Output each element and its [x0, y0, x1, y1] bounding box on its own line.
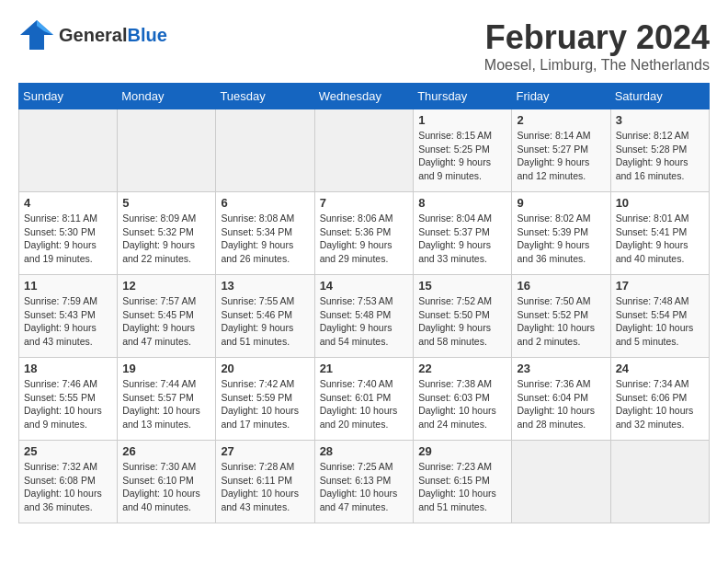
day-info: Sunrise: 7:52 AM Sunset: 5:50 PM Dayligh… [418, 294, 506, 349]
calendar-cell: 13Sunrise: 7:55 AM Sunset: 5:46 PM Dayli… [216, 275, 314, 358]
day-number: 7 [320, 196, 409, 210]
day-info: Sunrise: 7:23 AM Sunset: 6:15 PM Dayligh… [418, 460, 506, 514]
calendar-cell [118, 109, 216, 192]
day-number: 24 [616, 362, 704, 375]
day-info: Sunrise: 7:50 AM Sunset: 5:52 PM Dayligh… [517, 294, 605, 349]
day-info: Sunrise: 7:40 AM Sunset: 6:01 PM Dayligh… [320, 377, 409, 431]
day-number: 18 [24, 362, 112, 375]
day-number: 22 [418, 362, 506, 375]
calendar-cell [19, 109, 118, 192]
day-number: 20 [221, 362, 309, 375]
day-info: Sunrise: 8:01 AM Sunset: 5:41 PM Dayligh… [616, 212, 704, 266]
day-number: 12 [122, 279, 210, 293]
day-info: Sunrise: 8:06 AM Sunset: 5:36 PM Dayligh… [320, 212, 409, 266]
calendar-week-row: 11Sunrise: 7:59 AM Sunset: 5:43 PM Dayli… [19, 275, 710, 358]
calendar-cell: 22Sunrise: 7:38 AM Sunset: 6:03 PM Dayli… [414, 358, 512, 441]
calendar-cell: 20Sunrise: 7:42 AM Sunset: 5:59 PM Dayli… [216, 358, 314, 441]
calendar-cell [314, 109, 414, 192]
day-info: Sunrise: 7:38 AM Sunset: 6:03 PM Dayligh… [418, 377, 506, 431]
calendar-cell: 28Sunrise: 7:25 AM Sunset: 6:13 PM Dayli… [314, 441, 414, 523]
day-number: 1 [418, 113, 506, 127]
calendar-cell: 17Sunrise: 7:48 AM Sunset: 5:54 PM Dayli… [610, 275, 709, 358]
calendar-cell: 25Sunrise: 7:32 AM Sunset: 6:08 PM Dayli… [19, 441, 118, 523]
day-info: Sunrise: 8:08 AM Sunset: 5:34 PM Dayligh… [221, 212, 309, 266]
month-title: February 2024 [484, 18, 710, 57]
day-info: Sunrise: 7:53 AM Sunset: 5:48 PM Dayligh… [320, 294, 409, 349]
day-number: 26 [122, 444, 210, 458]
calendar-week-row: 18Sunrise: 7:46 AM Sunset: 5:55 PM Dayli… [19, 358, 710, 441]
day-number: 8 [418, 196, 506, 210]
calendar-cell: 29Sunrise: 7:23 AM Sunset: 6:15 PM Dayli… [414, 441, 512, 523]
day-number: 13 [221, 279, 309, 293]
day-info: Sunrise: 7:57 AM Sunset: 5:45 PM Dayligh… [122, 294, 210, 349]
calendar-cell: 21Sunrise: 7:40 AM Sunset: 6:01 PM Dayli… [314, 358, 414, 441]
weekday-header-sunday: Sunday [19, 84, 118, 109]
day-number: 14 [320, 279, 409, 293]
calendar-cell: 23Sunrise: 7:36 AM Sunset: 6:04 PM Dayli… [512, 358, 610, 441]
calendar-cell: 19Sunrise: 7:44 AM Sunset: 5:57 PM Dayli… [118, 358, 216, 441]
day-info: Sunrise: 8:12 AM Sunset: 5:28 PM Dayligh… [616, 129, 704, 183]
day-info: Sunrise: 8:04 AM Sunset: 5:37 PM Dayligh… [418, 212, 506, 266]
calendar-cell: 6Sunrise: 8:08 AM Sunset: 5:34 PM Daylig… [216, 192, 314, 275]
calendar-cell: 5Sunrise: 8:09 AM Sunset: 5:32 PM Daylig… [118, 192, 216, 275]
calendar-week-row: 4Sunrise: 8:11 AM Sunset: 5:30 PM Daylig… [19, 192, 710, 275]
day-info: Sunrise: 7:46 AM Sunset: 5:55 PM Dayligh… [24, 377, 112, 431]
weekday-header-tuesday: Tuesday [216, 84, 314, 109]
day-info: Sunrise: 7:55 AM Sunset: 5:46 PM Dayligh… [221, 294, 309, 349]
day-info: Sunrise: 7:44 AM Sunset: 5:57 PM Dayligh… [122, 377, 210, 431]
day-info: Sunrise: 8:15 AM Sunset: 5:25 PM Dayligh… [418, 129, 506, 183]
day-info: Sunrise: 7:32 AM Sunset: 6:08 PM Dayligh… [24, 460, 112, 514]
location: Moesel, Limburg, The Netherlands [484, 57, 710, 74]
day-info: Sunrise: 8:02 AM Sunset: 5:39 PM Dayligh… [517, 212, 605, 266]
day-number: 10 [616, 196, 704, 210]
calendar-cell: 15Sunrise: 7:52 AM Sunset: 5:50 PM Dayli… [414, 275, 512, 358]
day-number: 15 [418, 279, 506, 293]
calendar-cell: 1Sunrise: 8:15 AM Sunset: 5:25 PM Daylig… [414, 109, 512, 192]
day-number: 23 [517, 362, 605, 375]
day-number: 4 [24, 196, 112, 210]
calendar-cell: 8Sunrise: 8:04 AM Sunset: 5:37 PM Daylig… [414, 192, 512, 275]
calendar-cell [610, 441, 709, 523]
logo: GeneralBlue [18, 18, 167, 52]
day-number: 17 [616, 279, 704, 293]
day-number: 11 [24, 279, 112, 293]
page-header: GeneralBlue February 2024 Moesel, Limbur… [18, 18, 710, 74]
calendar-cell: 9Sunrise: 8:02 AM Sunset: 5:39 PM Daylig… [512, 192, 610, 275]
calendar-cell [216, 109, 314, 192]
title-block: February 2024 Moesel, Limburg, The Nethe… [484, 18, 710, 74]
day-number: 21 [320, 362, 409, 375]
calendar-week-row: 25Sunrise: 7:32 AM Sunset: 6:08 PM Dayli… [19, 441, 710, 523]
weekday-header-thursday: Thursday [414, 84, 512, 109]
calendar-cell: 16Sunrise: 7:50 AM Sunset: 5:52 PM Dayli… [512, 275, 610, 358]
calendar-cell [512, 441, 610, 523]
weekday-header-wednesday: Wednesday [314, 84, 414, 109]
calendar-cell: 24Sunrise: 7:34 AM Sunset: 6:06 PM Dayli… [610, 358, 709, 441]
day-info: Sunrise: 7:59 AM Sunset: 5:43 PM Dayligh… [24, 294, 112, 349]
calendar-cell: 4Sunrise: 8:11 AM Sunset: 5:30 PM Daylig… [19, 192, 118, 275]
day-info: Sunrise: 7:34 AM Sunset: 6:06 PM Dayligh… [616, 377, 704, 431]
calendar-week-row: 1Sunrise: 8:15 AM Sunset: 5:25 PM Daylig… [19, 109, 710, 192]
day-info: Sunrise: 8:09 AM Sunset: 5:32 PM Dayligh… [122, 212, 210, 266]
calendar-cell: 2Sunrise: 8:14 AM Sunset: 5:27 PM Daylig… [512, 109, 610, 192]
logo-blue: Blue [127, 25, 166, 45]
weekday-header-row: SundayMondayTuesdayWednesdayThursdayFrid… [19, 84, 710, 109]
calendar-cell: 11Sunrise: 7:59 AM Sunset: 5:43 PM Dayli… [19, 275, 118, 358]
weekday-header-saturday: Saturday [610, 84, 709, 109]
weekday-header-monday: Monday [118, 84, 216, 109]
day-info: Sunrise: 8:11 AM Sunset: 5:30 PM Dayligh… [24, 212, 112, 266]
calendar-cell: 27Sunrise: 7:28 AM Sunset: 6:11 PM Dayli… [216, 441, 314, 523]
calendar-cell: 12Sunrise: 7:57 AM Sunset: 5:45 PM Dayli… [118, 275, 216, 358]
day-info: Sunrise: 7:48 AM Sunset: 5:54 PM Dayligh… [616, 294, 704, 349]
calendar-cell: 18Sunrise: 7:46 AM Sunset: 5:55 PM Dayli… [19, 358, 118, 441]
day-info: Sunrise: 7:25 AM Sunset: 6:13 PM Dayligh… [320, 460, 409, 514]
calendar-cell: 7Sunrise: 8:06 AM Sunset: 5:36 PM Daylig… [314, 192, 414, 275]
day-number: 25 [24, 444, 112, 458]
day-info: Sunrise: 7:30 AM Sunset: 6:10 PM Dayligh… [122, 460, 210, 514]
day-number: 5 [122, 196, 210, 210]
day-info: Sunrise: 7:36 AM Sunset: 6:04 PM Dayligh… [517, 377, 605, 431]
day-number: 27 [221, 444, 309, 458]
day-number: 19 [122, 362, 210, 375]
day-number: 28 [320, 444, 409, 458]
calendar-cell: 14Sunrise: 7:53 AM Sunset: 5:48 PM Dayli… [314, 275, 414, 358]
logo-icon [18, 18, 55, 52]
